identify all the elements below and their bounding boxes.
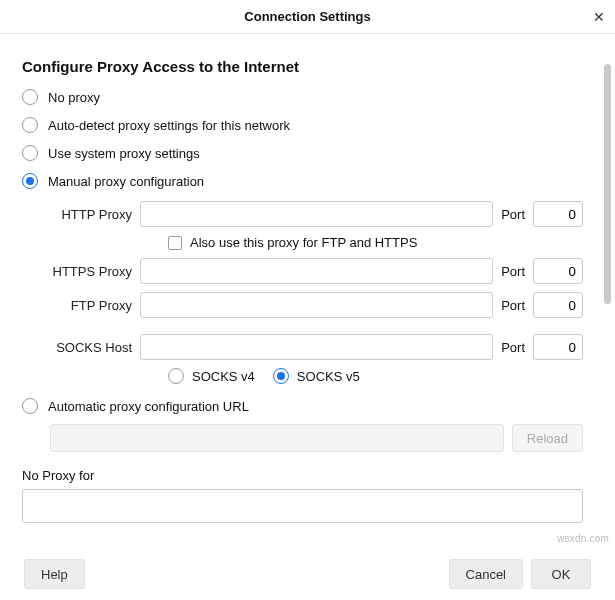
port-label: Port — [501, 207, 525, 222]
share-proxy-label: Also use this proxy for FTP and HTTPS — [190, 235, 417, 250]
help-button[interactable]: Help — [24, 559, 85, 589]
radio-label: Use system proxy settings — [48, 146, 200, 161]
ok-button[interactable]: OK — [531, 559, 591, 589]
no-proxy-for-label: No Proxy for — [22, 468, 583, 483]
scrollbar-thumb[interactable] — [604, 64, 611, 304]
radio-icon[interactable] — [22, 398, 38, 414]
socks-host-input[interactable] — [140, 334, 493, 360]
radio-icon[interactable] — [22, 145, 38, 161]
radio-system-proxy[interactable]: Use system proxy settings — [22, 145, 583, 161]
scroll-area: Configure Proxy Access to the Internet N… — [0, 34, 601, 548]
radio-icon[interactable] — [22, 117, 38, 133]
title-bar: Connection Settings ✕ — [0, 0, 615, 34]
http-proxy-row: HTTP Proxy Port — [50, 201, 583, 227]
manual-proxy-section: HTTP Proxy Port Also use this proxy for … — [50, 201, 583, 384]
radio-label: No proxy — [48, 90, 100, 105]
watermark: wsxdn.com — [557, 533, 609, 544]
pac-url-input — [50, 424, 504, 452]
http-proxy-host-input[interactable] — [140, 201, 493, 227]
section-heading: Configure Proxy Access to the Internet — [22, 58, 583, 75]
radio-socks-v4[interactable]: SOCKS v4 — [168, 368, 255, 384]
radio-label: SOCKS v4 — [192, 369, 255, 384]
radio-label: Auto-detect proxy settings for this netw… — [48, 118, 290, 133]
socks-port-input[interactable] — [533, 334, 583, 360]
https-proxy-port-input[interactable] — [533, 258, 583, 284]
ftp-proxy-label: FTP Proxy — [50, 298, 132, 313]
pac-url-row: Reload — [50, 424, 583, 452]
https-proxy-label: HTTPS Proxy — [50, 264, 132, 279]
port-label: Port — [501, 340, 525, 355]
port-label: Port — [501, 264, 525, 279]
socks-host-label: SOCKS Host — [50, 340, 132, 355]
radio-icon[interactable] — [22, 173, 38, 189]
http-proxy-label: HTTP Proxy — [50, 207, 132, 222]
radio-auto-detect[interactable]: Auto-detect proxy settings for this netw… — [22, 117, 583, 133]
port-label: Port — [501, 298, 525, 313]
ftp-proxy-port-input[interactable] — [533, 292, 583, 318]
radio-icon[interactable] — [168, 368, 184, 384]
cancel-button[interactable]: Cancel — [449, 559, 523, 589]
radio-icon[interactable] — [22, 89, 38, 105]
radio-socks-v5[interactable]: SOCKS v5 — [273, 368, 360, 384]
radio-no-proxy[interactable]: No proxy — [22, 89, 583, 105]
reload-button: Reload — [512, 424, 583, 452]
https-proxy-host-input[interactable] — [140, 258, 493, 284]
radio-label: SOCKS v5 — [297, 369, 360, 384]
radio-label: Automatic proxy configuration URL — [48, 399, 249, 414]
dialog-footer: Help Cancel OK — [0, 548, 615, 600]
radio-pac-url[interactable]: Automatic proxy configuration URL — [22, 398, 583, 414]
ftp-proxy-host-input[interactable] — [140, 292, 493, 318]
dialog-body: Configure Proxy Access to the Internet N… — [0, 34, 615, 600]
dialog-title: Connection Settings — [244, 9, 370, 24]
http-proxy-port-input[interactable] — [533, 201, 583, 227]
https-proxy-row: HTTPS Proxy Port — [50, 258, 583, 284]
socks-version-row: SOCKS v4 SOCKS v5 — [168, 368, 583, 384]
no-proxy-for-textarea[interactable] — [22, 489, 583, 523]
share-proxy-checkbox[interactable] — [168, 236, 182, 250]
share-proxy-row[interactable]: Also use this proxy for FTP and HTTPS — [168, 235, 583, 250]
radio-manual-proxy[interactable]: Manual proxy configuration — [22, 173, 583, 189]
radio-label: Manual proxy configuration — [48, 174, 204, 189]
close-icon[interactable]: ✕ — [593, 0, 605, 33]
socks-host-row: SOCKS Host Port — [50, 334, 583, 360]
radio-icon[interactable] — [273, 368, 289, 384]
ftp-proxy-row: FTP Proxy Port — [50, 292, 583, 318]
